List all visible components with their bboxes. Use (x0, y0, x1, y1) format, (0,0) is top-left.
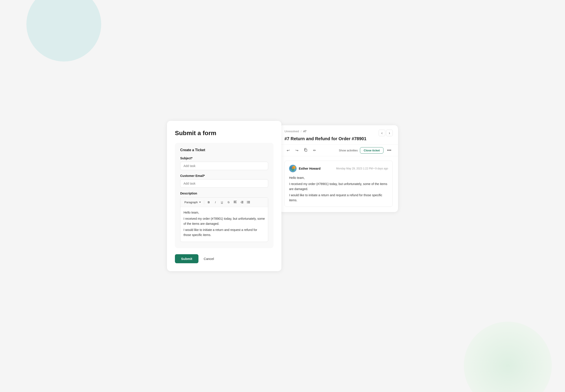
italic-button[interactable]: I (212, 199, 218, 205)
copy-button[interactable] (302, 147, 309, 154)
message-body: Hello team, I received my order (#78901)… (289, 175, 388, 203)
svg-rect-10 (248, 201, 250, 201)
svg-point-9 (247, 203, 248, 203)
description-label: Description (180, 192, 268, 195)
customer-email-field-group: Customer Email* (180, 174, 268, 188)
form-actions: Submit Cancel (175, 254, 273, 263)
svg-rect-11 (248, 202, 250, 202)
message-body-line2: I would like to initiate a return and re… (289, 193, 388, 203)
ticket-header: Unresolved / #7 #7 Return and Refund for… (279, 125, 398, 145)
message-relative-time: 9 days ago (375, 167, 388, 170)
left-panel: Submit a form Create a Ticket Subject* C… (167, 121, 282, 271)
rich-text-editor[interactable]: Paragraph B I U S (180, 197, 268, 242)
cancel-button[interactable]: Cancel (202, 254, 216, 263)
svg-point-7 (247, 201, 248, 202)
svg-rect-12 (248, 203, 250, 203)
ticket-navigation (379, 130, 393, 136)
page-title: Submit a form (175, 130, 273, 137)
copy-icon (304, 148, 307, 153)
underline-button[interactable]: U (219, 199, 225, 205)
svg-rect-4 (241, 201, 243, 201)
submit-button[interactable]: Submit (175, 254, 198, 263)
author-name: Esther Howard (299, 167, 321, 170)
editor-toolbar: Paragraph B I U S (180, 197, 268, 207)
redo-button[interactable]: ↪ (293, 147, 300, 154)
page-container: Submit a form Create a Ticket Subject* C… (150, 112, 415, 280)
undo-icon: ↩ (287, 148, 290, 153)
subject-label: Subject* (180, 156, 268, 160)
more-options-button[interactable]: ••• (386, 147, 393, 154)
more-icon: ••• (387, 148, 391, 153)
ticket-next-button[interactable] (386, 130, 393, 136)
breadcrumb-section: Unresolved (284, 130, 299, 133)
bg-decoration-circle-top (26, 0, 101, 61)
svg-rect-1 (234, 202, 236, 202)
svg-rect-5 (241, 202, 243, 202)
avatar-image (289, 165, 297, 172)
breadcrumb-separator: / (301, 130, 302, 133)
message-greeting: Hello team, (289, 175, 388, 180)
svg-rect-13 (305, 149, 307, 151)
close-ticket-button[interactable]: Close ticket (360, 147, 384, 154)
paragraph-label: Paragraph (184, 201, 198, 204)
svg-rect-0 (234, 201, 237, 201)
ticket-toolbar-right: Show activities Close ticket ••• (339, 147, 393, 154)
align-left-icon (234, 201, 237, 203)
subject-input[interactable] (180, 162, 268, 170)
undo-button[interactable]: ↩ (284, 147, 292, 154)
svg-point-18 (292, 167, 294, 169)
redo-icon: ↪ (296, 148, 298, 153)
unordered-list-icon (247, 201, 250, 203)
customer-email-label: Customer Email* (180, 174, 268, 178)
right-panel: Unresolved / #7 #7 Return and Refund for… (279, 125, 398, 212)
ticket-title: #7 Return and Refund for Order #78901 (284, 136, 393, 141)
bold-button[interactable]: B (206, 199, 212, 205)
svg-rect-6 (241, 203, 243, 203)
show-activities-link[interactable]: Show activities (339, 149, 358, 152)
message-author: Esther Howard (289, 165, 321, 172)
form-card: Create a Ticket Subject* Customer Email*… (175, 143, 273, 248)
editor-body-line1: I received my order (#78901) today, but … (183, 216, 265, 226)
editor-greeting: Hello team, (183, 210, 265, 215)
align-left-button[interactable] (232, 199, 238, 205)
avatar (289, 165, 297, 172)
edit-icon: ✏ (313, 148, 316, 153)
paragraph-chevron-icon (199, 202, 201, 203)
edit-button[interactable]: ✏ (311, 147, 318, 154)
chevron-left-icon (381, 131, 383, 135)
editor-body-line2: I would like to initiate a return and re… (183, 227, 265, 237)
ticket-header-row: Unresolved / #7 (284, 130, 393, 136)
editor-content[interactable]: Hello team, I received my order (#78901)… (180, 207, 268, 242)
breadcrumb: Unresolved / #7 (284, 130, 307, 133)
bg-decoration-circle-bottom (464, 322, 552, 392)
breadcrumb-id: #7 (303, 130, 306, 133)
ticket-prev-button[interactable] (379, 130, 385, 136)
strikethrough-button[interactable]: S (226, 199, 231, 205)
description-section: Description Paragraph B I U S (180, 192, 268, 242)
paragraph-selector[interactable]: Paragraph (183, 200, 202, 204)
svg-rect-2 (234, 203, 237, 203)
svg-point-8 (247, 202, 248, 203)
ticket-message-area: Esther Howard Monday May 29, 2023 1:22 P… (279, 156, 398, 212)
ordered-list-icon: 1. (240, 201, 243, 203)
list-unordered-button[interactable] (246, 199, 251, 205)
message-timestamp: Monday May 29, 2023 1:22 PM (336, 167, 373, 170)
form-card-title: Create a Ticket (180, 148, 268, 152)
message-body-line1: I received my order (#78901) today, but … (289, 182, 388, 191)
message-meta: Monday May 29, 2023 1:22 PM • 9 days ago (336, 167, 388, 170)
customer-email-input[interactable] (180, 179, 268, 188)
message-card: Esther Howard Monday May 29, 2023 1:22 P… (284, 161, 393, 207)
subject-field-group: Subject* (180, 156, 268, 170)
list-ordered-button[interactable]: 1. (239, 199, 245, 205)
message-header: Esther Howard Monday May 29, 2023 1:22 P… (289, 165, 388, 172)
chevron-right-icon (389, 131, 390, 135)
ticket-toolbar: ↩ ↪ ✏ Show activities Close ticket (279, 145, 398, 156)
